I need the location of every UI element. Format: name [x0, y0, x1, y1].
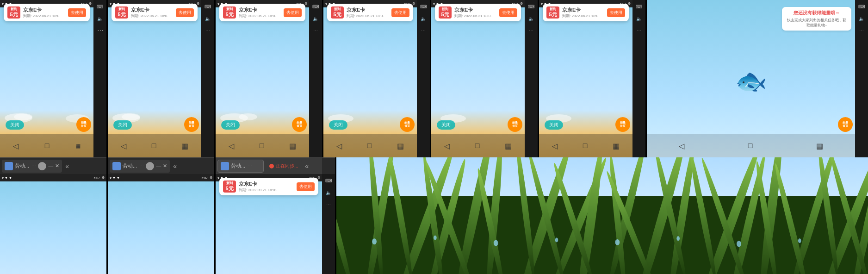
- float-btn-7[interactable]: 能量 首页: [838, 117, 853, 132]
- card-5: 新到 5元 京东E卡 到期: 2022.06.21 18:0. 去使用: [435, 4, 521, 21]
- volume-icon-3[interactable]: 🔈: [311, 14, 320, 23]
- float-btn-4[interactable]: 能量 首页: [400, 117, 415, 132]
- taskbar-minimize-2[interactable]: —: [156, 163, 161, 169]
- taskbar-close-2[interactable]: ✕: [163, 163, 167, 169]
- sync-item[interactable]: 正在同步...: [266, 160, 302, 173]
- more-icon-4[interactable]: ⋯: [419, 26, 428, 35]
- home-icon-3[interactable]: □: [260, 142, 264, 150]
- back-icon-5[interactable]: ◁: [444, 142, 450, 150]
- back-icon-7[interactable]: ◁: [679, 142, 684, 150]
- float-btn-2[interactable]: 能量 首页: [184, 117, 199, 132]
- keyboard-icon-3[interactable]: ⌨: [311, 2, 320, 11]
- grass-svg: [336, 157, 868, 274]
- keyboard-icon-5[interactable]: ⌨: [527, 2, 536, 11]
- more-icon-6[interactable]: ⋯: [634, 26, 644, 35]
- recents-icon-2[interactable]: ▦: [181, 142, 188, 150]
- close-btn-5[interactable]: 关闭: [437, 120, 455, 130]
- volume-icon-4[interactable]: 🔈: [419, 14, 428, 23]
- keyboard-icon-2[interactable]: ⌨: [203, 2, 212, 11]
- card-btn-2[interactable]: 去使用: [176, 8, 194, 17]
- recents-icon-6[interactable]: ▦: [613, 142, 620, 150]
- taskbar-avatar-1: [38, 162, 46, 170]
- recents-icon-4[interactable]: ▦: [397, 142, 404, 150]
- card-btn-b3[interactable]: 去使用: [297, 182, 315, 191]
- close-btn-6[interactable]: 关闭: [545, 120, 563, 130]
- taskbar-item-3[interactable]: 劳动... ⋯: [217, 160, 264, 173]
- card-btn-6[interactable]: 去使用: [607, 8, 625, 17]
- close-btn-1[interactable]: 关闭: [6, 120, 24, 130]
- recents-icon-3[interactable]: ▦: [289, 142, 296, 150]
- float-btn-5[interactable]: 能量 首页: [508, 117, 522, 132]
- recents-icon-7[interactable]: ▦: [816, 142, 823, 150]
- taskbar-item-2[interactable]: 劳动... ⋯ — ✕: [110, 160, 170, 173]
- card-btn-5[interactable]: 去使用: [499, 8, 517, 17]
- notif-settings-1[interactable]: ⚙: [89, 2, 92, 6]
- volume-icon-b3[interactable]: 🔈: [324, 188, 333, 197]
- volume-icon-6[interactable]: 🔈: [634, 14, 644, 23]
- recents-icon-1[interactable]: ▦: [75, 143, 81, 149]
- keyboard-icon-6[interactable]: ⌨: [634, 2, 644, 11]
- taskbar-icon-3: [221, 162, 229, 170]
- float-btn-3[interactable]: 能量 首页: [292, 117, 307, 132]
- svg-point-40: [555, 238, 558, 243]
- phone-screen-5: ♥ ▼ ▼ 6:07 ⚙ 新到 5元 京东E卡 到期: 2022.06.21 1…: [431, 0, 525, 157]
- home-icon-6[interactable]: □: [583, 142, 588, 150]
- volume-icon-7[interactable]: 🔈: [857, 14, 866, 23]
- taskbar-3: 劳动... ⋯ 正在同步... «: [216, 157, 322, 174]
- keyboard-icon-b3[interactable]: ⌨: [324, 176, 333, 185]
- more-icon-2[interactable]: ⋯: [203, 26, 212, 35]
- close-btn-3[interactable]: 关闭: [221, 120, 240, 130]
- float-btn-6[interactable]: 能量 首页: [615, 117, 630, 132]
- home-icon-1[interactable]: □: [45, 142, 50, 150]
- side-controls-6: ⌨ 🔈 ⋯: [632, 0, 645, 157]
- close-btn-4[interactable]: 关闭: [329, 120, 347, 130]
- more-icon-3[interactable]: ⋯: [311, 26, 320, 35]
- back-icon-3[interactable]: ◁: [229, 142, 234, 150]
- phone-panel-5: ♥ ▼ ▼ 6:07 ⚙ 新到 5元 京东E卡 到期: 2022.06.21 1…: [431, 0, 538, 157]
- more-icon-1[interactable]: ⋯: [95, 26, 105, 35]
- back-icon-4[interactable]: ◁: [336, 142, 342, 150]
- phone-screen-2: ♥ ▼ ▼ 6:07 ⚙ 新到 5元 京东E卡 到期: 2022.06.21 1…: [108, 0, 201, 157]
- taskbar-close-1[interactable]: ✕: [55, 163, 59, 169]
- expand-icon-1[interactable]: «: [64, 162, 70, 170]
- taskbar-label-3: 劳动...: [231, 162, 245, 169]
- taskbar-item-1[interactable]: 劳动... ⋯ — ✕: [2, 160, 62, 173]
- taskbar-dots-2[interactable]: ⋯: [139, 163, 144, 168]
- taskbar-icon-2: [112, 162, 121, 170]
- side-controls-2: ⌨ 🔈 ⋯: [201, 0, 214, 157]
- keyboard-icon-7[interactable]: ⌨: [857, 2, 866, 11]
- back-icon-2[interactable]: ◁: [121, 142, 126, 150]
- card-btn-1[interactable]: 去使用: [68, 8, 86, 17]
- phone-screen-6: ♥ ▼ ▼ 6:07 ⚙ 新到 5元 京东E卡 到期: 2022.06.21 1…: [539, 0, 632, 157]
- character-bubble: 您还没有获得能量哦～ 快去完成大家列出的相关任务吧，获取能量礼物~: [782, 7, 851, 31]
- more-icon-5[interactable]: ⋯: [527, 26, 536, 35]
- home-icon-2[interactable]: □: [152, 142, 156, 150]
- card-3: 新到 5元 京东E卡 到期: 2022.06.21 18:0. 去使用: [219, 4, 305, 21]
- back-icon-6[interactable]: ◁: [552, 142, 558, 150]
- home-icon-7[interactable]: □: [748, 142, 753, 150]
- expand-icon-3[interactable]: «: [304, 162, 310, 170]
- card-btn-4[interactable]: 去使用: [391, 8, 409, 17]
- volume-icon-5[interactable]: 🔈: [527, 14, 536, 23]
- float-btn-1[interactable]: 能量 首页: [76, 117, 91, 132]
- taskbar-minimize-1[interactable]: —: [48, 163, 53, 169]
- volume-icon-2[interactable]: 🔈: [203, 14, 212, 23]
- close-btn-2[interactable]: 关闭: [113, 120, 132, 130]
- taskbar-dots-1[interactable]: ⋯: [31, 163, 36, 168]
- svg-point-42: [676, 236, 680, 241]
- back-icon-1[interactable]: ◁: [13, 142, 19, 150]
- taskbar-dots-3[interactable]: ⋯: [248, 163, 252, 168]
- volume-icon-1[interactable]: 🔈: [95, 14, 105, 23]
- taskbar-2: 劳动... ⋯ — ✕ «: [108, 157, 214, 174]
- more-icon-b3[interactable]: ⋯: [324, 200, 333, 209]
- card-btn-3[interactable]: 去使用: [284, 8, 302, 17]
- bottom-screen-1: ♥ ▼ ▼ 6:07 ⚙: [0, 174, 106, 274]
- home-icon-4[interactable]: □: [367, 142, 372, 150]
- keyboard-icon-4[interactable]: ⌨: [419, 2, 428, 11]
- keyboard-icon-1[interactable]: ⌨: [95, 2, 105, 11]
- more-icon-7[interactable]: ⋯: [857, 26, 866, 35]
- recents-icon-5[interactable]: ▦: [505, 142, 512, 150]
- expand-icon-2[interactable]: «: [172, 162, 178, 170]
- home-icon-5[interactable]: □: [475, 142, 480, 150]
- phone-panel-2: ♥ ▼ ▼ 6:07 ⚙ 新到 5元 京东E卡 到期: 2022.06.21 1…: [108, 0, 214, 157]
